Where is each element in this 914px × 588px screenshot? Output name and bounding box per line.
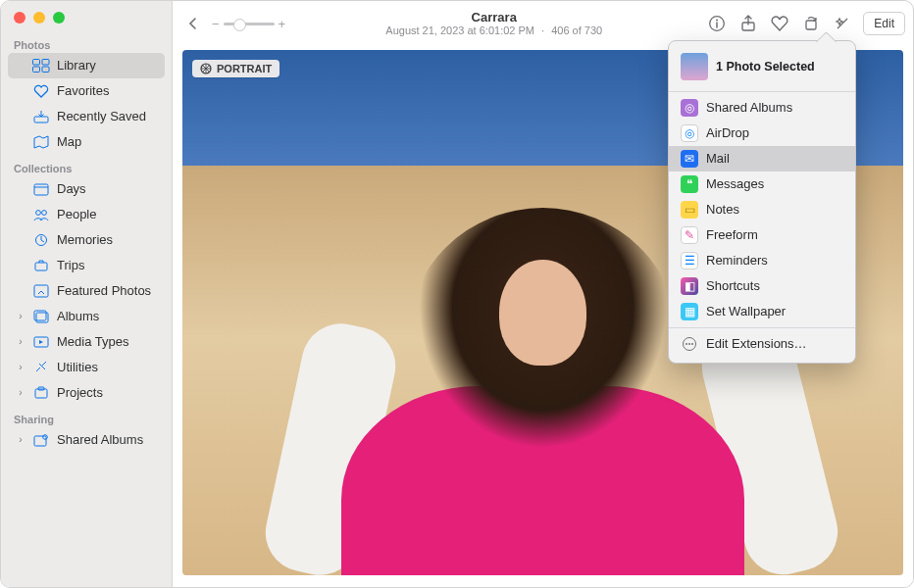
share-selection-label: 1 Photo Selected xyxy=(716,60,815,74)
window-controls xyxy=(1,1,172,31)
zoom-in-icon: + xyxy=(279,17,286,31)
share-item-reminders[interactable]: ☰ Reminders xyxy=(669,248,855,273)
sidebar-item-label: People xyxy=(57,205,157,224)
badge-label: PORTRAIT xyxy=(217,63,272,74)
sidebar-item-label: Utilities xyxy=(57,358,157,377)
sidebar-list-photos: › Library › Favorites › Recently Saved xyxy=(1,53,172,155)
back-button[interactable] xyxy=(180,10,206,37)
zoom-out-icon: − xyxy=(212,17,220,31)
sidebar-item-people[interactable]: › People xyxy=(8,202,165,227)
sidebar-item-shared-albums[interactable]: › Shared Albums xyxy=(8,427,165,453)
share-item-wallpaper[interactable]: ▦ Set Wallpaper xyxy=(669,299,855,324)
zoom-track[interactable] xyxy=(224,23,275,25)
sidebar-header-photos: Photos xyxy=(1,31,172,53)
window-minimize-button[interactable] xyxy=(33,12,45,24)
svg-rect-4 xyxy=(34,117,48,122)
menu-separator xyxy=(669,327,855,328)
info-button[interactable] xyxy=(702,10,732,37)
share-item-shortcuts[interactable]: ◧ Shortcuts xyxy=(669,273,855,299)
more-icon xyxy=(681,335,698,353)
sidebar-item-utilities[interactable]: › Utilities xyxy=(8,355,165,380)
share-item-shared-albums[interactable]: ◎ Shared Albums xyxy=(669,95,855,121)
share-item-label: Messages xyxy=(706,174,764,194)
rotate-button[interactable] xyxy=(796,10,826,37)
calendar-icon xyxy=(32,180,50,198)
sidebar-item-label: Memories xyxy=(57,230,157,250)
heart-icon xyxy=(32,82,50,100)
sidebar-item-memories[interactable]: › Memories xyxy=(8,227,165,253)
sidebar-item-projects[interactable]: › Projects xyxy=(8,380,165,406)
sidebar-item-map[interactable]: › Map xyxy=(8,129,165,155)
sidebar: Photos › Library › Favorites › xyxy=(1,1,173,587)
sidebar-item-library[interactable]: › Library xyxy=(8,53,165,78)
sidebar-item-albums[interactable]: › Albums xyxy=(8,304,165,329)
airdrop-icon: ◎ xyxy=(681,124,698,142)
zoom-slider[interactable]: − + xyxy=(212,17,285,31)
photos-window: Photos › Library › Favorites › xyxy=(0,0,914,588)
sidebar-item-label: Media Types xyxy=(57,332,157,352)
share-item-label: Notes xyxy=(706,200,739,220)
share-item-label: AirDrop xyxy=(706,123,749,143)
disclosure-icon[interactable]: › xyxy=(16,430,25,450)
edit-button[interactable]: Edit xyxy=(863,12,905,35)
share-item-freeform[interactable]: ✎ Freeform xyxy=(669,222,855,248)
share-icon xyxy=(739,15,757,32)
svg-rect-9 xyxy=(35,263,47,270)
projects-icon xyxy=(32,384,50,402)
sidebar-item-label: Featured Photos xyxy=(57,281,157,301)
map-icon xyxy=(32,133,50,151)
share-button[interactable] xyxy=(734,10,763,37)
utilities-icon xyxy=(32,359,50,376)
menu-separator xyxy=(669,91,855,92)
portrait-badge: PORTRAIT xyxy=(192,60,279,77)
sidebar-item-featured[interactable]: › Featured Photos xyxy=(8,278,165,304)
favorite-button[interactable] xyxy=(765,10,794,37)
disclosure-icon[interactable]: › xyxy=(16,307,25,326)
svg-point-17 xyxy=(43,435,48,440)
notes-app-icon: ▭ xyxy=(681,201,698,219)
share-item-messages[interactable]: ❝ Messages xyxy=(669,172,855,197)
auto-enhance-button[interactable] xyxy=(828,10,857,37)
share-item-mail[interactable]: ✉ Mail xyxy=(669,146,855,172)
disclosure-icon[interactable]: › xyxy=(16,332,25,352)
disclosure-icon[interactable]: › xyxy=(16,383,25,403)
share-item-edit-extensions[interactable]: Edit Extensions… xyxy=(669,331,855,357)
svg-rect-16 xyxy=(34,436,46,446)
sidebar-item-label: Albums xyxy=(57,307,157,326)
wand-icon xyxy=(834,15,851,32)
sidebar-item-label: Trips xyxy=(57,256,157,275)
media-types-icon xyxy=(32,333,50,351)
sidebar-item-recently-saved[interactable]: › Recently Saved xyxy=(8,104,165,129)
shared-albums-app-icon: ◎ xyxy=(681,99,698,117)
share-thumbnail xyxy=(681,53,708,80)
share-popover: 1 Photo Selected ◎ Shared Albums ◎ AirDr… xyxy=(668,40,856,364)
sidebar-item-days[interactable]: › Days xyxy=(8,176,165,202)
svg-point-24 xyxy=(686,343,687,345)
messages-app-icon: ❝ xyxy=(681,175,698,193)
share-item-notes[interactable]: ▭ Notes xyxy=(669,197,855,222)
photo-grid-icon xyxy=(32,57,50,74)
share-item-label: Reminders xyxy=(706,251,768,270)
suitcase-icon xyxy=(32,257,50,274)
sidebar-item-label: Favorites xyxy=(57,81,157,101)
photo-index: 406 of 730 xyxy=(551,24,602,36)
window-close-button[interactable] xyxy=(14,12,25,24)
shared-albums-icon xyxy=(32,431,50,449)
disclosure-icon[interactable]: › xyxy=(16,358,25,377)
share-item-airdrop[interactable]: ◎ AirDrop xyxy=(669,121,855,146)
share-item-label: Mail xyxy=(706,149,730,169)
reminders-app-icon: ☰ xyxy=(681,252,698,270)
sidebar-item-favorites[interactable]: › Favorites xyxy=(8,78,165,104)
svg-point-6 xyxy=(36,211,41,216)
sidebar-item-label: Library xyxy=(57,56,157,75)
sidebar-item-media-types[interactable]: › Media Types xyxy=(8,329,165,355)
window-zoom-button[interactable] xyxy=(53,12,65,24)
share-popover-header: 1 Photo Selected xyxy=(669,47,855,88)
sidebar-item-label: Projects xyxy=(57,383,157,403)
svg-rect-0 xyxy=(33,60,40,66)
share-item-label: Shortcuts xyxy=(706,276,760,296)
sidebar-item-label: Days xyxy=(57,179,157,199)
memories-icon xyxy=(32,231,50,249)
info-icon xyxy=(708,15,726,32)
sidebar-item-trips[interactable]: › Trips xyxy=(8,253,165,278)
